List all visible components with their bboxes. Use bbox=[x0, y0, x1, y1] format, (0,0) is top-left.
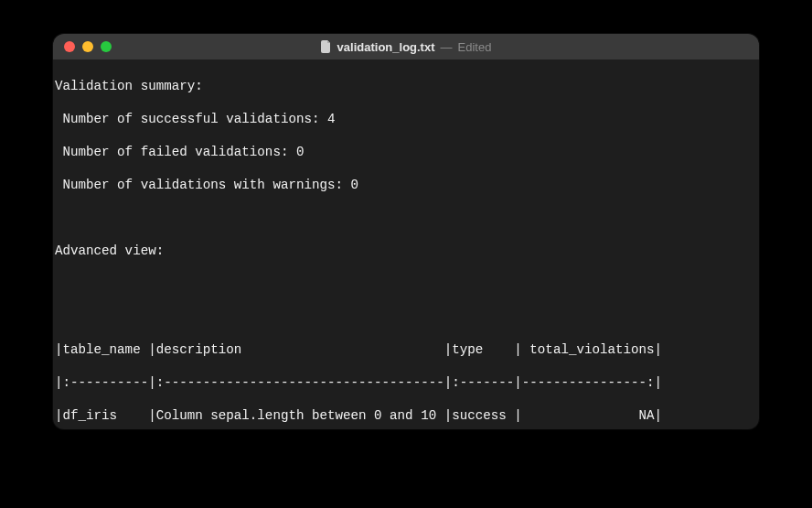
table-row: |df_iris |Column sepal.length between 0 … bbox=[55, 407, 757, 424]
minimize-icon[interactable] bbox=[82, 41, 93, 52]
summary-success: Number of successful validations: 4 bbox=[55, 111, 757, 127]
advanced-heading: Advanced view: bbox=[55, 243, 757, 259]
title-separator: — bbox=[441, 40, 453, 54]
summary-warn: Number of validations with warnings: 0 bbox=[55, 177, 757, 193]
window-controls bbox=[64, 41, 112, 52]
document-icon bbox=[321, 40, 332, 53]
title-status: Edited bbox=[458, 40, 492, 54]
table-header: |table_name |description |type | total_v… bbox=[55, 341, 757, 358]
table-sep: |:----------|:--------------------------… bbox=[55, 374, 757, 391]
titlebar: validation_log.txt — Edited bbox=[53, 34, 759, 59]
editor-window: validation_log.txt — Edited Validation s… bbox=[53, 34, 759, 429]
text-content[interactable]: Validation summary: Number of successful… bbox=[53, 59, 759, 429]
zoom-icon[interactable] bbox=[101, 41, 112, 52]
title-filename: validation_log.txt bbox=[337, 40, 435, 54]
close-icon[interactable] bbox=[64, 41, 75, 52]
summary-heading: Validation summary: bbox=[55, 78, 757, 94]
blank-line bbox=[55, 210, 757, 226]
title-group: validation_log.txt — Edited bbox=[53, 40, 759, 54]
summary-failed: Number of failed validations: 0 bbox=[55, 144, 757, 160]
blank-line bbox=[55, 276, 757, 292]
blank-line bbox=[55, 308, 757, 325]
